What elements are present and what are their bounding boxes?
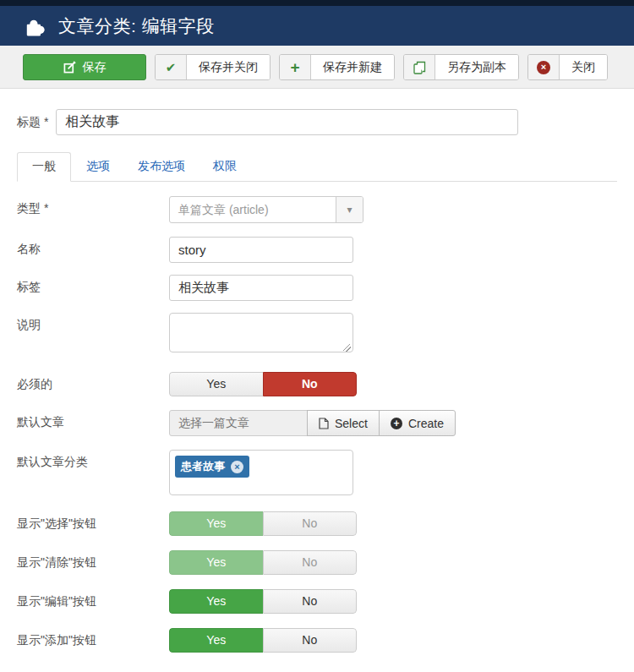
tab-publishing[interactable]: 发布选项 [125, 153, 198, 181]
save-close-button[interactable]: ✔ 保存并关闭 [155, 54, 271, 80]
required-toggle: Yes No [169, 372, 357, 396]
top-strip [0, 0, 634, 6]
name-label: 名称 [17, 237, 169, 263]
tab-permissions[interactable]: 权限 [200, 153, 249, 181]
title-input[interactable] [56, 109, 518, 135]
show-clear-toggle: Yes No [169, 550, 357, 575]
type-row: 类型 * 单篇文章 (article) ▾ [17, 196, 617, 223]
copy-icon [404, 55, 435, 79]
save-new-label: 保存并新建 [311, 55, 394, 79]
label-input[interactable] [169, 275, 353, 301]
name-row: 名称 [17, 237, 617, 263]
show-edit-no-button[interactable]: No [263, 589, 358, 614]
caret-down-icon: ▾ [336, 197, 363, 222]
type-label: 类型 * [17, 196, 169, 223]
save-button-label: 保存 [83, 60, 107, 75]
show-edit-yes-button[interactable]: Yes [169, 589, 263, 614]
show-clear-row: 显示"清除"按钮 Yes No [17, 550, 617, 575]
show-add-label: 显示"添加"按钮 [17, 628, 169, 653]
show-clear-no-button[interactable]: No [263, 550, 358, 575]
title-row: 标题 * [17, 109, 617, 135]
default-category-label: 默认文章分类 [17, 450, 169, 495]
show-edit-label: 显示"编辑"按钮 [17, 589, 169, 614]
label-label: 标签 [17, 275, 169, 301]
show-clear-yes-button[interactable]: Yes [169, 550, 263, 575]
article-select-button[interactable]: Select [307, 410, 380, 436]
toolbar: 保存 ✔ 保存并关闭 + 保存并新建 另存为副本 × 关闭 [0, 46, 634, 89]
category-tag-label: 患者故事 [181, 459, 225, 474]
save-button[interactable]: 保存 [23, 54, 146, 80]
category-tag: 患者故事 × [175, 456, 249, 478]
default-article-label: 默认文章 [17, 410, 169, 436]
article-create-label: Create [408, 417, 444, 430]
show-add-row: 显示"添加"按钮 Yes No [17, 628, 617, 653]
header: 文章分类: 编辑字段 [0, 6, 634, 46]
file-icon [319, 418, 329, 429]
show-select-no-button[interactable]: No [263, 511, 358, 536]
close-label: 关闭 [560, 55, 607, 79]
save-new-button[interactable]: + 保存并新建 [279, 54, 395, 80]
show-edit-toggle: Yes No [169, 589, 357, 614]
default-article-value: 选择一篇文章 [169, 410, 308, 436]
plus-circle-icon: + [391, 418, 402, 429]
article-select-label: Select [335, 417, 368, 430]
tag-remove-icon[interactable]: × [231, 461, 243, 473]
page-title: 文章分类: 编辑字段 [58, 14, 215, 38]
show-select-row: 显示"选择"按钮 Yes No [17, 511, 617, 536]
puzzle-icon [24, 15, 46, 37]
title-label: 标题 * [17, 115, 48, 130]
default-category-row: 默认文章分类 患者故事 × [17, 450, 617, 495]
show-select-yes-button[interactable]: Yes [169, 511, 263, 536]
save-copy-button[interactable]: 另存为副本 [403, 54, 519, 80]
description-textarea-wrap [169, 313, 353, 356]
type-select[interactable]: 单篇文章 (article) ▾ [169, 196, 363, 223]
required-yes-button[interactable]: Yes [169, 372, 263, 396]
show-add-yes-button[interactable]: Yes [169, 628, 263, 653]
default-article-group: 选择一篇文章 Select + Create [169, 410, 456, 436]
close-button[interactable]: × 关闭 [527, 54, 608, 80]
close-circle-icon: × [528, 55, 560, 79]
category-tagbox[interactable]: 患者故事 × [169, 450, 353, 495]
save-close-label: 保存并关闭 [187, 55, 270, 79]
show-select-label: 显示"选择"按钮 [17, 511, 169, 536]
show-select-toggle: Yes No [169, 511, 357, 536]
save-pencil-icon [63, 61, 76, 74]
save-copy-label: 另存为副本 [435, 55, 518, 79]
type-select-value: 单篇文章 (article) [170, 197, 336, 222]
plus-icon: + [280, 55, 311, 79]
show-edit-row: 显示"编辑"按钮 Yes No [17, 589, 617, 614]
description-textarea[interactable] [169, 313, 353, 352]
tab-options[interactable]: 选项 [74, 153, 123, 181]
required-row: 必须的 Yes No [17, 372, 617, 396]
default-article-row: 默认文章 选择一篇文章 Select + Create [17, 410, 617, 436]
show-add-toggle: Yes No [169, 628, 357, 653]
tab-bar: 一般 选项 发布选项 权限 [17, 152, 617, 182]
article-create-button[interactable]: + Create [379, 410, 456, 436]
required-label: 必须的 [17, 372, 169, 396]
show-clear-label: 显示"清除"按钮 [17, 550, 169, 575]
required-no-button[interactable]: No [263, 372, 358, 396]
description-label: 说明 [17, 313, 169, 356]
name-input[interactable] [169, 237, 353, 263]
check-icon: ✔ [156, 55, 187, 79]
edit-form: 标题 * 一般 选项 发布选项 权限 类型 * 单篇文章 (article) ▾… [0, 109, 634, 653]
tab-general[interactable]: 一般 [17, 152, 71, 182]
label-row: 标签 [17, 275, 617, 301]
show-add-no-button[interactable]: No [263, 628, 358, 653]
description-row: 说明 [17, 313, 617, 356]
